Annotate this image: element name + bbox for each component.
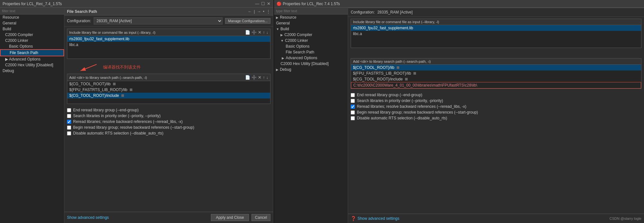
nav-dot-icon[interactable]: • — [263, 9, 265, 14]
right-cb-begin-reread[interactable]: Begin reread library group; resolve back… — [351, 110, 641, 115]
maximize-btn[interactable]: ☐ — [261, 1, 265, 6]
search-remove-icon[interactable]: ✕ — [258, 75, 261, 80]
search-toolbar-icons: 📄 ➕ ✕ ↑ ↓ — [245, 75, 268, 80]
left-panel-layout: Resource General Build C2000 Compiler C2… — [0, 8, 273, 223]
config-select[interactable]: 28335_RAM [Active] — [94, 17, 223, 24]
sidebar-item-general[interactable]: General — [0, 20, 64, 26]
sidebar-item-c2000-compiler[interactable]: C2000 Compiler — [0, 32, 64, 38]
cb-reread-libs[interactable]: Reread libraries; resolve backward refer… — [67, 119, 270, 124]
lib-section-label: Include library file or command file as … — [69, 31, 156, 34]
right-search-item-fpu-lib[interactable]: ${FPU_FASTRTS_LIB_ROOT}/lib — [351, 70, 641, 76]
left-filter-input[interactable] — [0, 8, 64, 14]
right-sidebar-debug[interactable]: ▶ Debug — [274, 67, 348, 72]
right-sidebar-c2000-linker[interactable]: ▼ C2000 Linker — [274, 38, 348, 43]
minimize-btn[interactable]: — — [255, 1, 259, 6]
right-cb-search-priority[interactable]: Search libraries in priority order (--pr… — [351, 98, 641, 103]
sidebar-item-file-search-path[interactable]: File Search Path — [0, 49, 64, 56]
search-item-cg-include[interactable]: ${CG_TOOL_ROOT}/include — [67, 93, 270, 98]
left-title-bar: Properties for LCL_Rec_7.4_1.5Ts — ☐ ✕ — [0, 0, 273, 8]
right-cb-end-reread-input[interactable] — [351, 93, 355, 97]
search-add-file-icon[interactable]: 📄 — [245, 75, 250, 80]
right-lib-label: Include library file or command file as … — [353, 20, 439, 24]
right-search-item-fpufastrts[interactable]: C:\ti\c2000\C2000Ware_4_01_00_00\librari… — [351, 82, 641, 88]
search-section-box: Add <dir> to library search path (--sear… — [67, 74, 270, 104]
nav-forward-icon[interactable]: → — [257, 9, 261, 14]
search-down-icon[interactable]: ↓ — [266, 75, 269, 80]
right-bottom-wrap: ❓ Show advanced settings — [351, 216, 399, 221]
debug-arrow: ▶ — [276, 68, 279, 71]
cb-end-reread[interactable]: End reread library group (--end-group) — [67, 108, 270, 112]
right-search-item-cg-lib[interactable]: ${CG_TOOL_ROOT}/lib — [351, 65, 641, 70]
apply-and-close-btn[interactable]: Apply and Close — [211, 214, 249, 221]
sidebar-item-c2000-hex[interactable]: C2000 Hex Utility [Disabled] — [0, 62, 64, 68]
search-item-fpu-lib[interactable]: ${FPU_FASTRTS_LIB_ROOT}/lib — [67, 87, 270, 93]
search-add-icon[interactable]: ➕ — [251, 75, 257, 80]
right-sidebar-basic-options[interactable]: Basic Options — [274, 43, 348, 49]
right-cb-begin-reread-input[interactable] — [351, 110, 355, 115]
right-cb-reread-libs-input[interactable] — [351, 105, 355, 109]
left-bottom-bar: Show advanced settings Apply and Close C… — [64, 212, 273, 223]
cb-reread-libs-input[interactable] — [67, 120, 71, 124]
cb-search-priority-input[interactable] — [67, 114, 71, 118]
right-sidebar-advanced-options[interactable]: ▶ Advanced Options — [274, 55, 348, 61]
close-btn[interactable]: ✕ — [267, 1, 270, 6]
right-sidebar-c2000-hex[interactable]: C2000 Hex Utility [Disabled] — [274, 61, 348, 67]
right-search-item-cg-include[interactable]: ${CG_TOOL_ROOT}/include — [351, 76, 641, 82]
sidebar-item-basic-options[interactable]: Basic Options — [0, 43, 64, 49]
right-filter-input[interactable] — [274, 8, 348, 14]
right-sidebar-resource[interactable]: ▶ Resource — [274, 14, 348, 20]
config-row: Configuration: 28335_RAM [Active] Manage… — [64, 15, 273, 27]
bottom-buttons: Apply and Close Cancel — [211, 214, 270, 221]
right-sidebar-file-search-path[interactable]: File Search Path — [274, 49, 348, 55]
right-cb-search-priority-input[interactable] — [351, 99, 355, 103]
right-cb-end-reread[interactable]: End reread library group (--end-group) — [351, 93, 641, 97]
right-bottom-bar: ❓ Show advanced settings CSDN @starry lo… — [348, 214, 644, 223]
cb-disable-auto-rts[interactable]: Disable automatic RTS selection (--disab… — [67, 131, 270, 135]
left-checkboxes-area: End reread library group (--end-group) S… — [64, 106, 273, 137]
right-show-advanced-link[interactable]: Show advanced settings — [357, 216, 399, 221]
cb-begin-reread-input[interactable] — [67, 125, 71, 130]
right-lib-item-libc[interactable]: libc.a — [351, 31, 641, 37]
sidebar-item-resource[interactable]: Resource — [0, 14, 64, 20]
right-sidebar-build[interactable]: ▼ Build — [274, 26, 348, 32]
path-indicator-0 — [113, 83, 116, 85]
sidebar-item-build[interactable]: Build — [0, 26, 64, 32]
lib-remove-icon[interactable]: ✕ — [258, 30, 261, 35]
right-cb-disable-auto-rts-input[interactable] — [351, 116, 355, 120]
lib-down-icon[interactable]: ↓ — [266, 30, 269, 35]
cb-disable-auto-rts-input[interactable] — [67, 131, 71, 135]
right-lib-list-area: rts2800_fpu32_fast_supplement.lib libc.a — [351, 25, 641, 48]
search-up-icon[interactable]: ↑ — [263, 75, 265, 80]
cb-search-priority[interactable]: Search libraries in priority order (--pr… — [67, 114, 270, 118]
sidebar-item-c2000-linker[interactable]: C2000 Linker — [0, 38, 64, 43]
lib-add-icon[interactable]: 📄 — [245, 30, 250, 35]
nav-sep-icon: | — [254, 9, 255, 14]
cancel-btn[interactable]: Cancel — [251, 214, 270, 221]
sidebar-item-debug[interactable]: Debug — [0, 68, 64, 74]
lib-add2-icon[interactable]: ➕ — [251, 30, 257, 35]
right-path-indicator-1 — [413, 72, 416, 75]
right-lib-item-rts2800[interactable]: rts2800_fpu32_fast_supplement.lib — [351, 25, 641, 31]
right-panel-title: Properties for LCL_Rec 7.4 1.5Ts — [283, 2, 340, 6]
cb-begin-reread[interactable]: Begin reread library group; resolve back… — [67, 125, 270, 130]
sidebar-item-advanced-options[interactable]: ▶ Advanced Options — [0, 56, 64, 62]
right-cb-reread-libs[interactable]: Reread libraries; resolve backward refer… — [351, 104, 641, 109]
right-search-label: Add <dir> to library search path (--sear… — [353, 60, 431, 63]
more-icon[interactable]: ⋮ — [266, 9, 270, 14]
search-item-cg-lib[interactable]: ${CG_TOOL_ROOT}/lib — [67, 81, 270, 87]
lib-item-rts2800[interactable]: rts2800_fpu32_fast_supplement.lib — [67, 36, 270, 42]
nav-back-icon[interactable]: ← — [248, 9, 252, 14]
lib-up-icon[interactable]: ↑ — [263, 30, 265, 35]
search-section-toolbar: Add <dir> to library search path (--sear… — [67, 74, 270, 81]
right-cb-disable-auto-rts[interactable]: Disable automatic RTS selection (--disab… — [351, 116, 641, 120]
left-panel-title: Properties for LCL_Rec_7.4_1.5Ts — [3, 2, 62, 6]
show-advanced-link[interactable]: Show advanced settings — [67, 215, 109, 220]
file-search-title: File Search Path — [67, 9, 97, 14]
help-icon[interactable]: ❓ — [351, 216, 356, 221]
lib-section-toolbar: Include library file or command file as … — [67, 29, 270, 36]
manage-configurations-btn[interactable]: Manage Configurations... — [225, 18, 270, 24]
right-sidebar-general[interactable]: General — [274, 20, 348, 26]
lib-item-libc[interactable]: libc.a — [67, 42, 270, 48]
right-sidebar-c2000-compiler[interactable]: ▶ C2000 Compiler — [274, 32, 348, 38]
cb-end-reread-input[interactable] — [67, 108, 71, 112]
